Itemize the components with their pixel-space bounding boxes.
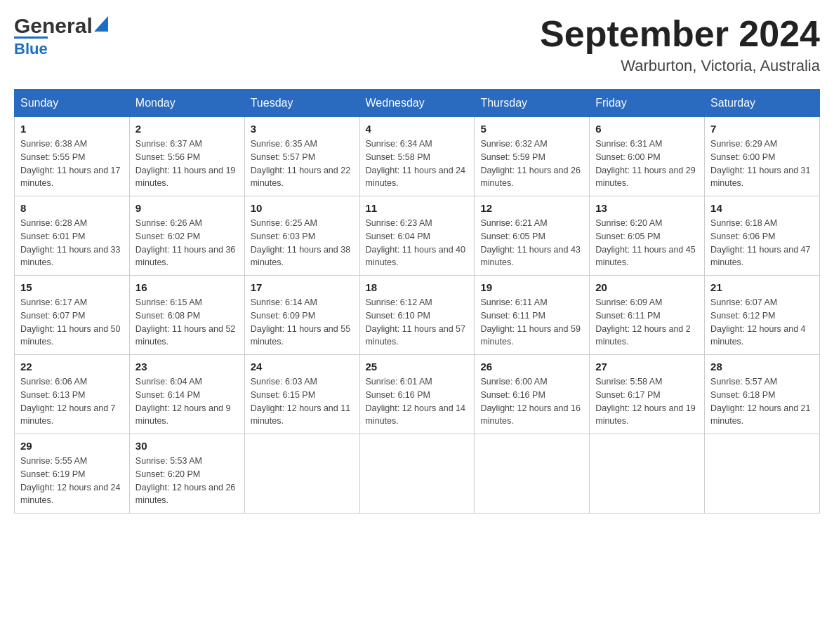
- calendar-cell: 28Sunrise: 5:57 AMSunset: 6:18 PMDayligh…: [705, 355, 820, 434]
- calendar-cell: 26Sunrise: 6:00 AMSunset: 6:16 PMDayligh…: [475, 355, 590, 434]
- week-row-5: 29Sunrise: 5:55 AMSunset: 6:19 PMDayligh…: [15, 434, 820, 514]
- calendar-cell: 2Sunrise: 6:37 AMSunset: 5:56 PMDaylight…: [129, 117, 244, 196]
- logo-blue-arrow: [94, 16, 108, 34]
- calendar-cell: 22Sunrise: 6:06 AMSunset: 6:13 PMDayligh…: [15, 355, 130, 434]
- calendar-cell: 10Sunrise: 6:25 AMSunset: 6:03 PMDayligh…: [244, 196, 359, 276]
- logo-general-text: General: [14, 14, 93, 38]
- day-number: 21: [710, 281, 814, 293]
- day-number: 2: [135, 123, 239, 135]
- calendar-cell: 30Sunrise: 5:53 AMSunset: 6:20 PMDayligh…: [129, 434, 244, 514]
- day-info: Sunrise: 6:31 AMSunset: 6:00 PMDaylight:…: [595, 137, 699, 190]
- calendar-cell: 9Sunrise: 6:26 AMSunset: 6:02 PMDaylight…: [129, 196, 244, 276]
- day-info: Sunrise: 6:23 AMSunset: 6:04 PMDaylight:…: [366, 217, 469, 269]
- day-info: Sunrise: 6:28 AMSunset: 6:01 PMDaylight:…: [20, 217, 124, 269]
- day-number: 9: [135, 202, 239, 214]
- day-info: Sunrise: 6:00 AMSunset: 6:16 PMDaylight:…: [480, 375, 583, 428]
- calendar-cell: 15Sunrise: 6:17 AMSunset: 6:07 PMDayligh…: [15, 276, 130, 355]
- day-info: Sunrise: 6:26 AMSunset: 6:02 PMDaylight:…: [135, 217, 239, 269]
- calendar-cell: 14Sunrise: 6:18 AMSunset: 6:06 PMDayligh…: [705, 196, 820, 276]
- header-monday: Monday: [129, 90, 244, 117]
- day-number: 25: [366, 361, 469, 373]
- calendar-cell: 27Sunrise: 5:58 AMSunset: 6:17 PMDayligh…: [590, 355, 705, 434]
- day-number: 4: [366, 123, 469, 135]
- month-year-title: September 2024: [540, 14, 820, 54]
- calendar-cell: 20Sunrise: 6:09 AMSunset: 6:11 PMDayligh…: [590, 276, 705, 355]
- day-info: Sunrise: 5:53 AMSunset: 6:20 PMDaylight:…: [135, 455, 239, 507]
- day-number: 3: [251, 123, 354, 135]
- day-info: Sunrise: 6:11 AMSunset: 6:11 PMDaylight:…: [480, 296, 583, 349]
- day-info: Sunrise: 6:01 AMSunset: 6:16 PMDaylight:…: [366, 375, 469, 428]
- calendar-cell: 17Sunrise: 6:14 AMSunset: 6:09 PMDayligh…: [244, 276, 359, 355]
- day-number: 18: [366, 281, 469, 293]
- day-info: Sunrise: 6:18 AMSunset: 6:06 PMDaylight:…: [710, 217, 814, 269]
- header-thursday: Thursday: [475, 90, 590, 117]
- day-info: Sunrise: 6:07 AMSunset: 6:12 PMDaylight:…: [710, 296, 814, 349]
- day-info: Sunrise: 6:09 AMSunset: 6:11 PMDaylight:…: [595, 296, 699, 349]
- day-info: Sunrise: 6:29 AMSunset: 6:00 PMDaylight:…: [710, 137, 814, 190]
- day-number: 7: [710, 123, 814, 135]
- day-number: 10: [251, 202, 354, 214]
- calendar-cell: 13Sunrise: 6:20 AMSunset: 6:05 PMDayligh…: [590, 196, 705, 276]
- title-section: September 2024 Warburton, Victoria, Aust…: [540, 14, 820, 75]
- day-info: Sunrise: 5:55 AMSunset: 6:19 PMDaylight:…: [20, 455, 124, 507]
- calendar-cell: 8Sunrise: 6:28 AMSunset: 6:01 PMDaylight…: [15, 196, 130, 276]
- day-number: 23: [135, 361, 239, 373]
- header-sunday: Sunday: [15, 90, 130, 117]
- day-info: Sunrise: 6:12 AMSunset: 6:10 PMDaylight:…: [366, 296, 469, 349]
- header-saturday: Saturday: [705, 90, 820, 117]
- calendar-cell: 29Sunrise: 5:55 AMSunset: 6:19 PMDayligh…: [15, 434, 130, 514]
- day-number: 15: [20, 281, 124, 293]
- day-info: Sunrise: 6:37 AMSunset: 5:56 PMDaylight:…: [135, 137, 239, 190]
- day-info: Sunrise: 6:34 AMSunset: 5:58 PMDaylight:…: [366, 137, 469, 190]
- week-row-1: 1Sunrise: 6:38 AMSunset: 5:55 PMDaylight…: [15, 117, 820, 196]
- calendar-cell: [244, 434, 359, 514]
- calendar-cell: 3Sunrise: 6:35 AMSunset: 5:57 PMDaylight…: [244, 117, 359, 196]
- day-number: 19: [480, 281, 583, 293]
- calendar-cell: 24Sunrise: 6:03 AMSunset: 6:15 PMDayligh…: [244, 355, 359, 434]
- logo-blue-text: Blue: [14, 36, 48, 58]
- day-info: Sunrise: 6:20 AMSunset: 6:05 PMDaylight:…: [595, 217, 699, 269]
- calendar-cell: 12Sunrise: 6:21 AMSunset: 6:05 PMDayligh…: [475, 196, 590, 276]
- day-number: 29: [20, 440, 124, 452]
- day-info: Sunrise: 6:35 AMSunset: 5:57 PMDaylight:…: [251, 137, 354, 190]
- calendar-cell: 23Sunrise: 6:04 AMSunset: 6:14 PMDayligh…: [129, 355, 244, 434]
- calendar-cell: 18Sunrise: 6:12 AMSunset: 6:10 PMDayligh…: [359, 276, 475, 355]
- day-info: Sunrise: 6:06 AMSunset: 6:13 PMDaylight:…: [20, 375, 124, 428]
- calendar-cell: 11Sunrise: 6:23 AMSunset: 6:04 PMDayligh…: [359, 196, 475, 276]
- weekday-header-row: Sunday Monday Tuesday Wednesday Thursday…: [15, 90, 820, 117]
- page-header: General Blue September 2024 Warburton, V…: [14, 14, 820, 75]
- calendar-cell: [705, 434, 820, 514]
- calendar-table: Sunday Monday Tuesday Wednesday Thursday…: [14, 89, 820, 514]
- calendar-cell: 4Sunrise: 6:34 AMSunset: 5:58 PMDaylight…: [359, 117, 475, 196]
- day-info: Sunrise: 6:38 AMSunset: 5:55 PMDaylight:…: [20, 137, 124, 190]
- day-number: 11: [366, 202, 469, 214]
- day-number: 30: [135, 440, 239, 452]
- calendar-cell: 19Sunrise: 6:11 AMSunset: 6:11 PMDayligh…: [475, 276, 590, 355]
- header-wednesday: Wednesday: [359, 90, 475, 117]
- day-info: Sunrise: 6:32 AMSunset: 5:59 PMDaylight:…: [480, 137, 583, 190]
- day-number: 5: [480, 123, 583, 135]
- logo: General Blue: [14, 14, 108, 58]
- calendar-cell: 6Sunrise: 6:31 AMSunset: 6:00 PMDaylight…: [590, 117, 705, 196]
- day-info: Sunrise: 6:25 AMSunset: 6:03 PMDaylight:…: [251, 217, 354, 269]
- day-number: 27: [595, 361, 699, 373]
- week-row-3: 15Sunrise: 6:17 AMSunset: 6:07 PMDayligh…: [15, 276, 820, 355]
- week-row-4: 22Sunrise: 6:06 AMSunset: 6:13 PMDayligh…: [15, 355, 820, 434]
- day-number: 6: [595, 123, 699, 135]
- day-number: 24: [251, 361, 354, 373]
- day-number: 22: [20, 361, 124, 373]
- calendar-cell: 1Sunrise: 6:38 AMSunset: 5:55 PMDaylight…: [15, 117, 130, 196]
- day-number: 17: [251, 281, 354, 293]
- day-number: 14: [710, 202, 814, 214]
- svg-marker-0: [94, 16, 108, 32]
- day-number: 16: [135, 281, 239, 293]
- calendar-cell: [359, 434, 475, 514]
- week-row-2: 8Sunrise: 6:28 AMSunset: 6:01 PMDaylight…: [15, 196, 820, 276]
- header-friday: Friday: [590, 90, 705, 117]
- day-info: Sunrise: 6:17 AMSunset: 6:07 PMDaylight:…: [20, 296, 124, 349]
- day-number: 26: [480, 361, 583, 373]
- day-info: Sunrise: 6:03 AMSunset: 6:15 PMDaylight:…: [251, 375, 354, 428]
- day-info: Sunrise: 6:14 AMSunset: 6:09 PMDaylight:…: [251, 296, 354, 349]
- day-info: Sunrise: 6:21 AMSunset: 6:05 PMDaylight:…: [480, 217, 583, 269]
- day-info: Sunrise: 5:58 AMSunset: 6:17 PMDaylight:…: [595, 375, 699, 428]
